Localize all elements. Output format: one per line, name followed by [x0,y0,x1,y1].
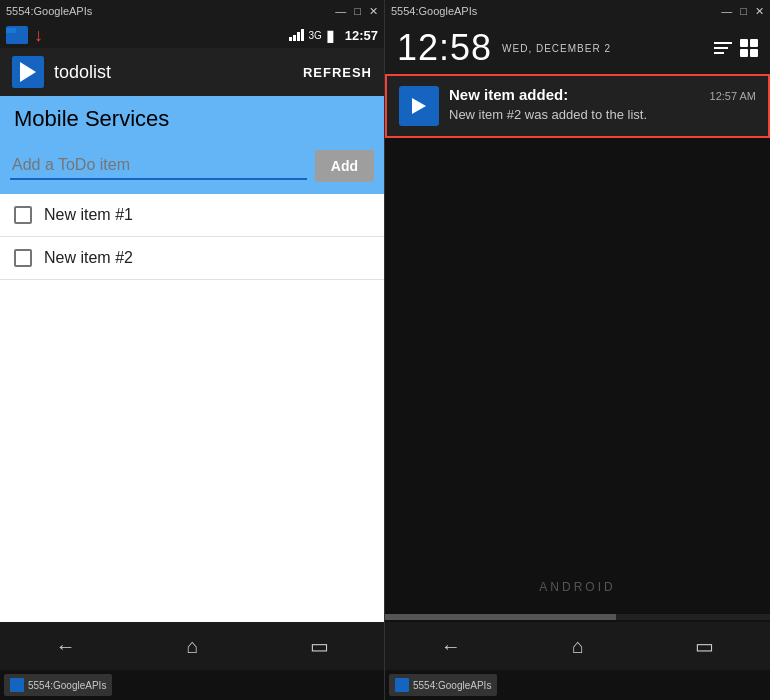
left-bottom-nav: ← ⌂ ▭ [0,622,384,670]
app-triangle [20,62,36,82]
add-todo-button[interactable]: Add [315,150,374,182]
todo-checkbox-1[interactable] [14,206,32,224]
notif-body: New item #2 was added to the list. [449,107,647,122]
android-label: ANDROID [539,580,615,594]
left-taskbar: 5554:GoogleAPIs [0,670,384,700]
right-close-button[interactable]: ✕ [755,5,764,18]
notif-header: New item added: 12:57 AM [449,86,756,103]
right-recents-nav-icon[interactable]: ▭ [695,634,714,658]
right-taskbar: 5554:GoogleAPIs [385,670,770,700]
todo-text-2: New item #2 [44,249,133,267]
right-taskbar-app-icon [395,678,409,692]
left-status-bar: ↓ 3G ▮ 12:57 [0,22,384,48]
folder-icon [6,26,28,44]
todo-item-2: New item #2 [0,237,384,280]
notification-panel[interactable]: New item added: 12:57 AM New item #2 was… [385,74,770,138]
taskbar-label: 5554:GoogleAPIs [28,680,106,691]
right-title-bar: 5554:GoogleAPIs — □ ✕ [385,0,770,22]
todo-input[interactable] [10,152,307,180]
todo-item-1: New item #1 [0,194,384,237]
taskbar-item-right[interactable]: 5554:GoogleAPIs [389,674,497,696]
refresh-button[interactable]: REFRESH [303,65,372,80]
taskbar-app-icon [10,678,24,692]
right-taskbar-label: 5554:GoogleAPIs [413,680,491,691]
back-nav-icon[interactable]: ← [55,635,75,658]
right-minimize-button[interactable]: — [721,5,732,18]
notif-time: 12:57 AM [710,90,756,102]
left-title-controls: — □ ✕ [335,5,378,18]
grid-icon [740,39,758,57]
left-status-right: 3G ▮ 12:57 [289,26,378,45]
progress-bar [385,614,770,620]
mobile-services-header: Mobile Services [0,96,384,142]
left-emulator: 5554:GoogleAPIs — □ ✕ ↓ 3G ▮ 12:57 [0,0,385,700]
add-todo-area: Add [0,142,384,194]
signal-icon [289,29,304,41]
dark-area: ANDROID [385,138,770,614]
left-title-bar: 5554:GoogleAPIs — □ ✕ [0,0,384,22]
todo-list: New item #1 New item #2 [0,194,384,622]
right-home-nav-icon[interactable]: ⌂ [572,635,584,658]
content-area: Mobile Services Add New item #1 New item… [0,96,384,622]
menu-lines-icon [714,42,732,54]
notif-app-icon [399,86,439,126]
network-type: 3G [308,30,321,41]
todo-text-1: New item #1 [44,206,133,224]
notif-title: New item added: [449,86,568,103]
svg-rect-1 [6,28,16,33]
right-emulator: 5554:GoogleAPIs — □ ✕ 12:58 WED, DECEMBE… [385,0,770,700]
app-title: todolist [54,62,303,83]
left-title-text: 5554:GoogleAPIs [6,5,329,17]
right-back-nav-icon[interactable]: ← [441,635,461,658]
home-nav-icon[interactable]: ⌂ [186,635,198,658]
mobile-services-title: Mobile Services [14,106,169,131]
right-time: 12:58 [397,27,492,69]
recents-nav-icon[interactable]: ▭ [310,634,329,658]
todo-checkbox-2[interactable] [14,249,32,267]
right-maximize-button[interactable]: □ [740,5,747,18]
minimize-button[interactable]: — [335,5,346,18]
right-title-text: 5554:GoogleAPIs [391,5,715,17]
red-arrow-icon: ↓ [34,25,43,46]
close-button[interactable]: ✕ [369,5,378,18]
app-logo-icon [12,56,44,88]
app-bar: todolist REFRESH [0,48,384,96]
date-text: WED, DECEMBER 2 [502,43,611,54]
left-time: 12:57 [345,28,378,43]
maximize-button[interactable]: □ [354,5,361,18]
notif-triangle-icon [412,98,426,114]
progress-bar-fill [385,614,616,620]
taskbar-item-left[interactable]: 5554:GoogleAPIs [4,674,112,696]
right-status-icons [714,39,758,57]
right-bottom-nav: ← ⌂ ▭ [385,622,770,670]
date-info: WED, DECEMBER 2 [502,43,611,54]
right-title-controls: — □ ✕ [721,5,764,18]
right-status-bar: 12:58 WED, DECEMBER 2 [385,22,770,74]
notif-content: New item added: 12:57 AM New item #2 was… [449,86,756,123]
battery-icon: ▮ [326,26,335,45]
